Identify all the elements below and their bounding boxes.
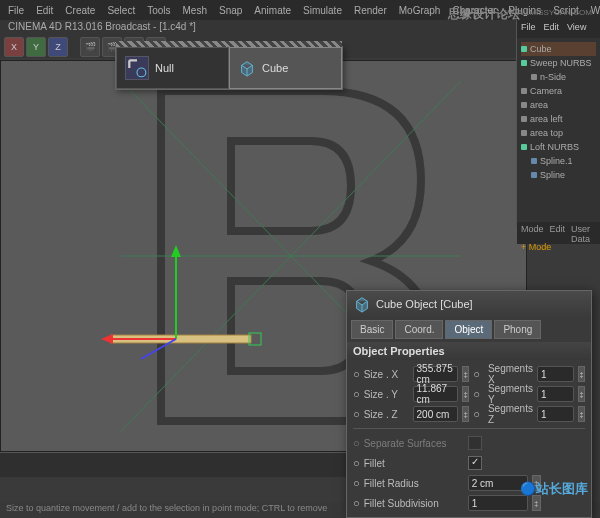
sep-surf-label: Separate Surfaces — [364, 438, 464, 449]
menu-select[interactable]: Select — [107, 5, 135, 16]
axis-x-button[interactable]: X — [4, 37, 24, 57]
menu-create[interactable]: Create — [65, 5, 95, 16]
move-gizmo[interactable] — [101, 241, 321, 371]
seg-z-label: Segments Z — [488, 403, 533, 425]
om-item[interactable]: Camera — [521, 84, 596, 98]
svg-marker-6 — [171, 245, 181, 257]
null-icon — [125, 56, 149, 80]
size-y-label: Size . Y — [364, 389, 409, 400]
sep-surf-checkbox — [468, 436, 482, 450]
menu-animate[interactable]: Animate — [254, 5, 291, 16]
object-manager[interactable]: File Edit View Cube Sweep NURBS n-Side C… — [516, 20, 600, 228]
popup-cube-label: Cube — [262, 62, 288, 74]
size-z-field[interactable]: 200 cm — [413, 406, 459, 422]
menu-file[interactable]: File — [8, 5, 24, 16]
fillet-label: Fillet — [364, 458, 464, 469]
om-item[interactable]: area left — [521, 112, 596, 126]
popup-null[interactable]: Null — [116, 47, 229, 89]
stepper[interactable]: ‡ — [462, 406, 469, 422]
attr-title-text: Cube Object [Cube] — [376, 298, 473, 310]
size-x-field[interactable]: 355.875 cm — [413, 366, 459, 382]
attr-title-bar[interactable]: Cube Object [Cube] — [347, 291, 591, 317]
seg-y-label: Segments Y — [488, 383, 533, 405]
tab-phong[interactable]: Phong — [494, 320, 541, 339]
size-x-label: Size . X — [364, 369, 409, 380]
fillet-sub-field[interactable]: 1 — [468, 495, 528, 511]
add-mode[interactable]: + Mode — [517, 240, 600, 260]
fillet-radius-label: Fillet Radius — [364, 478, 464, 489]
om-item[interactable]: Loft NURBS — [521, 140, 596, 154]
svg-marker-8 — [101, 334, 113, 344]
attr-tabs: Basic Coord. Object Phong — [347, 317, 591, 342]
stepper[interactable]: ‡ — [578, 366, 585, 382]
stepper[interactable]: ‡ — [462, 386, 469, 402]
menu-edit[interactable]: Edit — [36, 5, 53, 16]
watermark-corner: 🔵站长图库 — [520, 480, 588, 498]
primitive-popup: Null Cube — [115, 46, 343, 90]
popup-null-label: Null — [155, 62, 174, 74]
menu-simulate[interactable]: Simulate — [303, 5, 342, 16]
seg-z-field[interactable]: 1 — [537, 406, 574, 422]
axis-z-button[interactable]: Z — [48, 37, 68, 57]
axis-y-button[interactable]: Y — [26, 37, 46, 57]
menu-tools[interactable]: Tools — [147, 5, 170, 16]
tab-coord[interactable]: Coord. — [395, 320, 443, 339]
fillet-checkbox[interactable] — [468, 456, 482, 470]
om-file[interactable]: File — [521, 22, 536, 36]
fillet-radius-field[interactable]: 2 cm — [468, 475, 528, 491]
size-z-label: Size . Z — [364, 409, 409, 420]
seg-y-field[interactable]: 1 — [537, 386, 574, 402]
seg-x-field[interactable]: 1 — [537, 366, 574, 382]
om-item[interactable]: Spline.1 — [521, 154, 596, 168]
seg-x-label: Segments X — [488, 363, 533, 385]
om-item[interactable]: area — [521, 98, 596, 112]
om-item[interactable]: Spline — [521, 168, 596, 182]
size-y-field[interactable]: 11.867 cm — [413, 386, 459, 402]
popup-grip[interactable] — [116, 41, 342, 47]
menu-snap[interactable]: Snap — [219, 5, 242, 16]
cube-icon — [353, 295, 371, 313]
menu-window[interactable]: Window — [591, 5, 600, 16]
om-item[interactable]: Sweep NURBS — [521, 56, 596, 70]
menu-mesh[interactable]: Mesh — [183, 5, 207, 16]
stepper[interactable]: ‡ — [462, 366, 469, 382]
tool-button[interactable]: 🎬 — [80, 37, 100, 57]
om-edit[interactable]: Edit — [544, 22, 560, 36]
svg-point-10 — [137, 68, 146, 77]
tab-object[interactable]: Object — [445, 320, 492, 339]
stepper[interactable]: ‡ — [578, 386, 585, 402]
attr-section-header: Object Properties — [347, 342, 591, 360]
menu-render[interactable]: Render — [354, 5, 387, 16]
tab-basic[interactable]: Basic — [351, 320, 393, 339]
popup-cube[interactable]: Cube — [229, 47, 342, 89]
fillet-sub-label: Fillet Subdivision — [364, 498, 464, 509]
watermark-url: WWW.MISSYUAN.COM — [505, 8, 592, 17]
om-item[interactable]: area top — [521, 126, 596, 140]
om-view[interactable]: View — [567, 22, 586, 36]
menu-mograph[interactable]: MoGraph — [399, 5, 441, 16]
om-item[interactable]: Cube — [521, 42, 596, 56]
cube-icon — [238, 59, 256, 77]
om-item[interactable]: n-Side — [521, 70, 596, 84]
stepper[interactable]: ‡ — [578, 406, 585, 422]
om-menubar[interactable]: File Edit View — [517, 20, 600, 38]
